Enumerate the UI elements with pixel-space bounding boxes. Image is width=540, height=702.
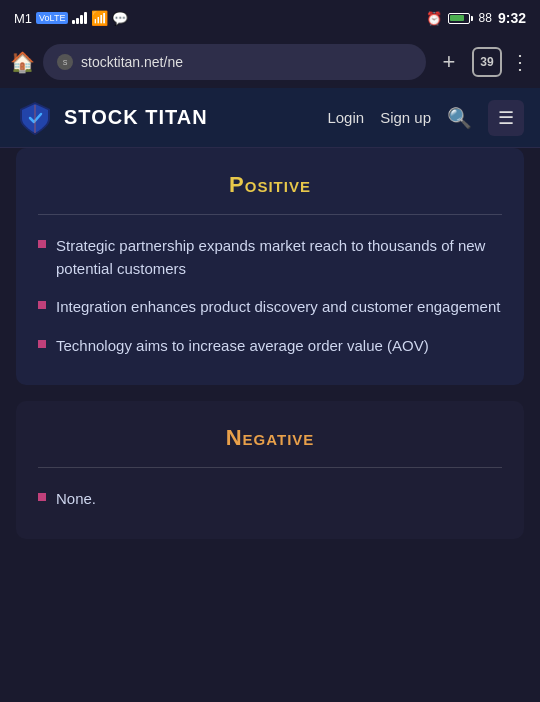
bullet-icon xyxy=(38,340,46,348)
add-tab-button[interactable]: + xyxy=(434,49,464,75)
time-display: 9:32 xyxy=(498,10,526,26)
carrier-label: M1 xyxy=(14,11,32,26)
negative-divider xyxy=(38,467,502,468)
home-button[interactable]: 🏠 xyxy=(10,50,35,74)
negative-section: Negative None. xyxy=(16,401,524,539)
alarm-icon: ⏰ xyxy=(426,11,442,26)
battery-percent: 88 xyxy=(479,11,492,25)
positive-divider xyxy=(38,214,502,215)
logo-area: STOCK TITAN xyxy=(16,99,327,137)
positive-section: Positive Strategic partnership expands m… xyxy=(16,148,524,385)
list-item: Strategic partnership expands market rea… xyxy=(38,235,502,280)
more-options-button[interactable]: ⋮ xyxy=(510,50,530,74)
bullet-icon xyxy=(38,240,46,248)
battery-indicator xyxy=(448,13,473,24)
svg-text:S: S xyxy=(63,59,68,66)
tab-count-button[interactable]: 39 xyxy=(472,47,502,77)
content-area: Positive Strategic partnership expands m… xyxy=(0,148,540,539)
list-item: Technology aims to increase average orde… xyxy=(38,335,502,358)
nav-bar: STOCK TITAN Login Sign up 🔍 ☰ xyxy=(0,88,540,148)
negative-item-1: None. xyxy=(56,488,96,511)
list-item: Integration enhances product discovery a… xyxy=(38,296,502,319)
bullet-icon xyxy=(38,493,46,501)
site-icon: S xyxy=(57,54,73,70)
list-item: None. xyxy=(38,488,502,511)
negative-bullet-list: None. xyxy=(38,488,502,511)
wifi-icon: 📶 xyxy=(91,10,108,26)
negative-title: Negative xyxy=(38,425,502,451)
logo-text: STOCK TITAN xyxy=(64,106,208,129)
hamburger-menu-button[interactable]: ☰ xyxy=(488,100,524,136)
signal-bars xyxy=(72,12,87,24)
bullet-icon xyxy=(38,301,46,309)
volte-badge: VoLTE xyxy=(36,12,68,24)
positive-item-1: Strategic partnership expands market rea… xyxy=(56,235,502,280)
positive-item-2: Integration enhances product discovery a… xyxy=(56,296,500,319)
nav-links: Login Sign up 🔍 ☰ xyxy=(327,100,524,136)
address-bar-row: 🏠 S stocktitan.net/ne + 39 ⋮ xyxy=(0,36,540,88)
status-left: M1 VoLTE 📶 💬 xyxy=(14,10,128,26)
whatsapp-icon: 💬 xyxy=(112,11,128,26)
status-bar: M1 VoLTE 📶 💬 ⏰ 88 9:32 xyxy=(0,0,540,36)
logo-icon xyxy=(16,99,54,137)
positive-title: Positive xyxy=(38,172,502,198)
positive-bullet-list: Strategic partnership expands market rea… xyxy=(38,235,502,357)
address-pill[interactable]: S stocktitan.net/ne xyxy=(43,44,426,80)
search-icon[interactable]: 🔍 xyxy=(447,106,472,130)
url-text: stocktitan.net/ne xyxy=(81,54,412,70)
status-right: ⏰ 88 9:32 xyxy=(426,10,526,26)
signup-link[interactable]: Sign up xyxy=(380,109,431,126)
login-link[interactable]: Login xyxy=(327,109,364,126)
positive-item-3: Technology aims to increase average orde… xyxy=(56,335,429,358)
